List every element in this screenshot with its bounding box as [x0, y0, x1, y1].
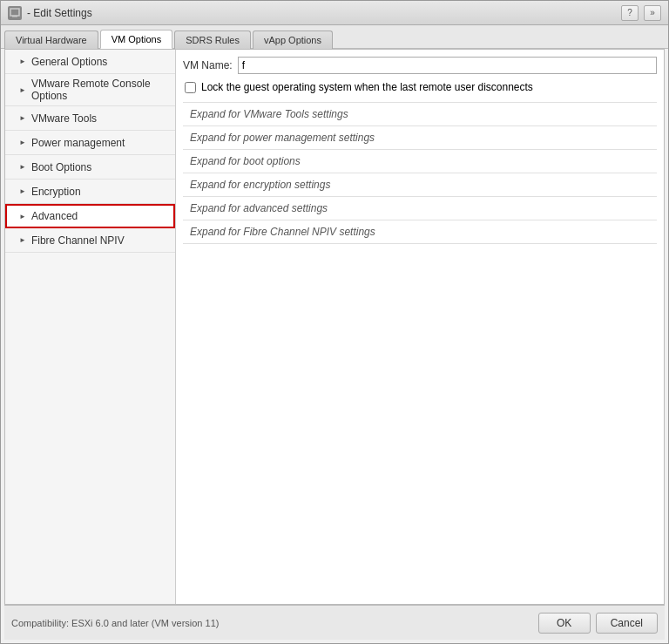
- chevron-icon: ►: [19, 114, 26, 122]
- sidebar-item-label: Fibre Channel NPIV: [31, 234, 125, 247]
- sidebar-item-vmware-tools[interactable]: ► VMware Tools: [5, 106, 175, 131]
- window-title: - Edit Settings: [27, 7, 92, 19]
- footer: Compatibility: ESXi 6.0 and later (VM ve…: [4, 605, 665, 640]
- sidebar-item-boot-options[interactable]: ► Boot Options: [5, 155, 175, 180]
- tab-vm-options[interactable]: VM Options: [100, 30, 172, 49]
- cancel-button[interactable]: Cancel: [596, 613, 658, 634]
- lock-label: Lock the guest operating system when the…: [201, 81, 533, 93]
- vm-icon: [8, 6, 22, 20]
- tabs-bar: Virtual Hardware VM Options SDRS Rules v…: [1, 25, 668, 49]
- sidebar-item-label: General Options: [31, 56, 107, 68]
- content-area: ► General Options ► VMware Remote Consol…: [4, 49, 665, 605]
- more-button[interactable]: »: [644, 5, 661, 21]
- sidebar-item-fibre-channel[interactable]: ► Fibre Channel NPIV: [5, 228, 175, 253]
- chevron-icon: ►: [19, 58, 26, 65]
- expand-fibre-channel[interactable]: Expand for Fibre Channel NPIV settings: [183, 220, 657, 244]
- sidebar-item-label: Encryption: [31, 186, 81, 198]
- vm-name-input[interactable]: [238, 57, 657, 74]
- chevron-icon: ►: [19, 86, 26, 94]
- vm-name-label: VM Name:: [183, 59, 233, 71]
- chevron-icon: ►: [19, 139, 26, 146]
- titlebar-left: - Edit Settings: [8, 6, 92, 20]
- titlebar: - Edit Settings ? »: [1, 1, 668, 25]
- expand-boot-options[interactable]: Expand for boot options: [183, 149, 657, 173]
- sidebar-item-label: Power management: [31, 137, 125, 149]
- sidebar-item-general-options[interactable]: ► General Options: [5, 50, 175, 74]
- sidebar-item-label: VMware Tools: [31, 112, 97, 125]
- ok-button[interactable]: OK: [538, 613, 591, 634]
- sidebar-item-vmware-remote-console[interactable]: ► VMware Remote Console Options: [5, 74, 175, 106]
- sidebar-item-label: Advanced: [31, 210, 78, 222]
- edit-settings-window: - Edit Settings ? » Virtual Hardware VM …: [0, 0, 669, 644]
- chevron-icon: ►: [19, 236, 26, 244]
- expand-power-management[interactable]: Expand for power management settings: [183, 125, 657, 149]
- compatibility-text: Compatibility: ESXi 6.0 and later (VM ve…: [11, 618, 219, 628]
- sidebar-item-label: Boot Options: [31, 161, 91, 173]
- chevron-icon: ►: [19, 187, 26, 195]
- expand-vmware-tools[interactable]: Expand for VMware Tools settings: [183, 102, 657, 125]
- tab-virtual-hardware[interactable]: Virtual Hardware: [4, 31, 98, 49]
- sidebar-item-advanced[interactable]: ► Advanced: [5, 204, 175, 228]
- sidebar: ► General Options ► VMware Remote Consol…: [5, 50, 176, 604]
- lock-checkbox[interactable]: [185, 82, 196, 93]
- chevron-icon: ►: [19, 163, 26, 171]
- chevron-icon: ►: [19, 213, 26, 220]
- tab-sdrs-rules[interactable]: SDRS Rules: [174, 31, 251, 49]
- sidebar-item-power-management[interactable]: ► Power management: [5, 131, 175, 155]
- help-button[interactable]: ?: [621, 5, 639, 21]
- tab-vapp-options[interactable]: vApp Options: [253, 31, 333, 49]
- lock-row: Lock the guest operating system when the…: [183, 81, 657, 93]
- sidebar-item-label: VMware Remote Console Options: [31, 78, 168, 102]
- footer-buttons: OK Cancel: [538, 613, 658, 634]
- sidebar-item-encryption[interactable]: ► Encryption: [5, 180, 175, 204]
- expand-advanced[interactable]: Expand for advanced settings: [183, 196, 657, 220]
- svg-rect-0: [10, 9, 19, 16]
- svg-rect-1: [12, 16, 17, 17]
- vm-name-row: VM Name:: [183, 57, 657, 74]
- expand-encryption[interactable]: Expand for encryption settings: [183, 173, 657, 196]
- main-panel: VM Name: Lock the guest operating system…: [176, 50, 664, 604]
- titlebar-controls: ? »: [621, 5, 661, 21]
